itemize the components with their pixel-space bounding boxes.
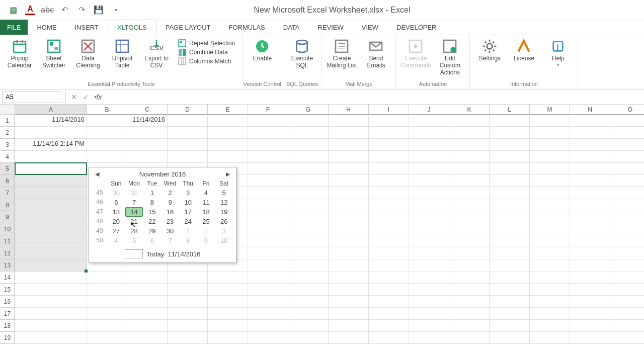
cal-day-27[interactable]: 27 [107,226,125,236]
cell-L6[interactable] [490,175,530,187]
cell-C2[interactable] [127,127,168,139]
cell-J12[interactable] [409,247,449,259]
cell-N7[interactable] [570,187,610,199]
cell-G3[interactable] [288,139,329,151]
cell-G8[interactable] [288,199,329,211]
cell-C4[interactable] [127,151,168,163]
row-header-5[interactable]: 5 [0,163,15,175]
cell-C17[interactable] [127,308,168,320]
cell-L19[interactable] [490,332,530,344]
cell-E15[interactable] [208,284,248,296]
cell-I13[interactable] [369,259,409,272]
row-header-4[interactable]: 4 [0,151,15,163]
cell-K7[interactable] [449,187,490,199]
cell-O13[interactable] [610,259,644,272]
cell-O16[interactable] [610,296,644,308]
strike-icon[interactable]: abc [42,5,52,15]
tab-view[interactable]: VIEW [353,20,387,35]
cell-F3[interactable] [248,139,288,151]
cal-day-2[interactable]: 2 [161,188,179,198]
font-color-icon[interactable]: A [25,5,35,15]
cal-day-29[interactable]: 29 [143,226,161,236]
cell-F12[interactable] [248,247,288,259]
cell-G13[interactable] [288,259,329,272]
cell-K11[interactable] [449,235,490,247]
row-header-10[interactable]: 10 [0,223,15,235]
cell-O17[interactable] [610,308,644,320]
fx-icon[interactable]: fx [92,93,106,101]
cell-E18[interactable] [208,320,248,332]
settings-button[interactable]: Settings [474,37,505,62]
col-header-H[interactable]: H [329,105,369,115]
cell-H1[interactable] [329,115,369,127]
cell-C3[interactable] [127,139,168,151]
cell-E2[interactable] [208,127,248,139]
cal-day-23[interactable]: 23 [161,217,179,226]
cell-K12[interactable] [449,247,490,259]
cell-N11[interactable] [570,235,610,247]
cell-F2[interactable] [248,127,288,139]
cell-N12[interactable] [570,247,610,259]
cal-day-12[interactable]: 12 [215,198,233,207]
license-button[interactable]: License [508,37,539,62]
cell-F9[interactable] [248,211,288,223]
col-header-J[interactable]: J [409,105,449,115]
cell-L14[interactable] [490,272,530,284]
cell-D19[interactable] [168,332,208,344]
columns-match-button[interactable]: Columns Match [178,57,235,65]
cell-J11[interactable] [409,235,449,247]
cell-F10[interactable] [248,223,288,235]
cell-F5[interactable] [248,163,288,175]
cell-I6[interactable] [369,175,409,187]
cal-day-6[interactable]: 6 [143,236,161,245]
cell-J13[interactable] [409,259,449,272]
cell-K8[interactable] [449,199,490,211]
cell-A19[interactable] [15,332,87,344]
cancel-icon[interactable]: ✕ [68,91,80,103]
cell-E3[interactable] [208,139,248,151]
row-header-7[interactable]: 7 [0,187,15,199]
row-header-1[interactable]: 1 [0,115,15,127]
cell-L18[interactable] [490,320,530,332]
cell-H19[interactable] [329,332,369,344]
today-label[interactable]: Today: 11/14/2016 [147,250,201,258]
cal-day-18[interactable]: 18 [197,207,215,217]
cell-L12[interactable] [490,247,530,259]
cal-day-9[interactable]: 9 [161,198,179,207]
cell-D15[interactable] [168,284,208,296]
col-header-I[interactable]: I [369,105,409,115]
cal-day-22[interactable]: 22 [143,217,161,226]
cell-J4[interactable] [409,151,449,163]
row-header-3[interactable]: 3 [0,139,15,151]
cell-F11[interactable] [248,235,288,247]
cal-day-5[interactable]: 5 [125,236,143,245]
cell-I8[interactable] [369,199,409,211]
cell-M14[interactable] [530,272,570,284]
col-header-A[interactable]: A [15,105,87,115]
row-header-18[interactable]: 18 [0,320,15,332]
cell-O3[interactable] [610,139,644,151]
cell-K9[interactable] [449,211,490,223]
cell-M4[interactable] [530,151,570,163]
execute-sql-button[interactable]: Execute SQL [286,37,317,69]
cal-day-6[interactable]: 6 [107,198,125,207]
cell-B4[interactable] [87,151,127,163]
cell-G14[interactable] [288,272,329,284]
cell-O2[interactable] [610,127,644,139]
col-header-L[interactable]: L [490,105,530,115]
cell-M10[interactable] [530,223,570,235]
cell-K19[interactable] [449,332,490,344]
cell-B1[interactable] [87,115,127,127]
cell-N13[interactable] [570,259,610,272]
prev-month-icon[interactable]: ◀ [93,171,101,177]
cell-D14[interactable] [168,272,208,284]
cell-H5[interactable] [329,163,369,175]
cell-H17[interactable] [329,308,369,320]
cal-day-20[interactable]: 20 [107,217,125,226]
cell-H16[interactable] [329,296,369,308]
cell-G12[interactable] [288,247,329,259]
cal-day-21[interactable]: 21 [125,217,143,226]
send-emails-button[interactable]: Send Emails [360,37,391,69]
cell-G7[interactable] [288,187,329,199]
cell-F6[interactable] [248,175,288,187]
